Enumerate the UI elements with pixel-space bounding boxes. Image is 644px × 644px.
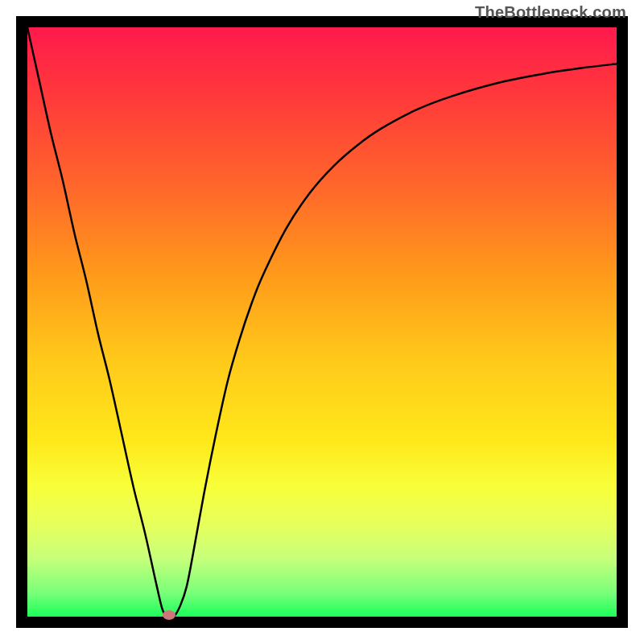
chart-container: TheBottleneck.com — [0, 0, 644, 644]
watermark-text: TheBottleneck.com — [475, 3, 626, 22]
minimum-marker — [163, 610, 175, 620]
plot-gradient-background — [27, 27, 617, 617]
